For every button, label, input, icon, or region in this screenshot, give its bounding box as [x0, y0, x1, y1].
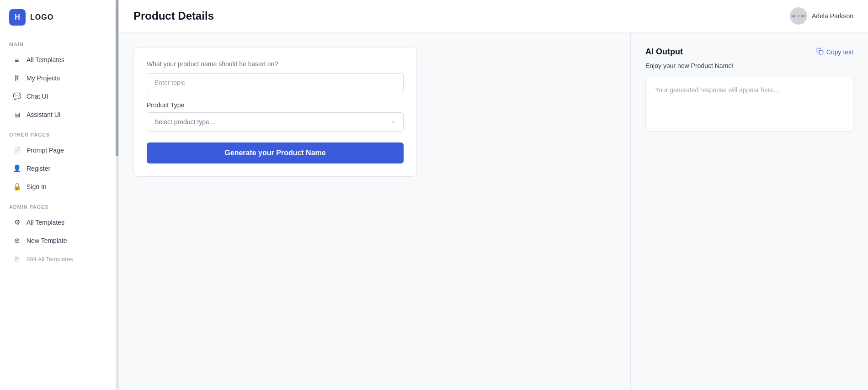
- sidebar: H LOGO MAIN ≡ All Templates 🗄 My Project…: [0, 0, 119, 390]
- sidebar-item-register[interactable]: 👤 Register: [4, 160, 115, 177]
- sidebar-item-label: My Projects: [27, 74, 60, 82]
- left-panel: What your product name should be based o…: [119, 32, 630, 390]
- chat-icon: 💬: [13, 92, 21, 100]
- sidebar-item-label: Register: [27, 165, 50, 172]
- sidebar-item-chat-ui[interactable]: 💬 Chat UI: [4, 88, 115, 105]
- header: Product Details 40 x 40 Adela Parkson: [119, 0, 868, 32]
- page-title: Product Details: [133, 10, 214, 22]
- logo-icon: H: [9, 9, 26, 26]
- grid-icon: ⊞: [13, 255, 21, 263]
- sidebar-item-my-projects[interactable]: 🗄 My Projects: [4, 69, 115, 87]
- user-plus-icon: 👤: [13, 164, 21, 173]
- main-wrapper: Product Details 40 x 40 Adela Parkson Wh…: [119, 0, 868, 390]
- sidebar-item-label: All Templates: [27, 219, 64, 226]
- ai-output-header: AI Output Copy text: [645, 47, 853, 57]
- sidebar-item-label: Assistant UI: [27, 111, 61, 118]
- topic-input[interactable]: [147, 73, 404, 92]
- sliders-icon: ⚙: [13, 218, 21, 227]
- sidebar-item-all-templates[interactable]: ≡ All Templates: [4, 51, 115, 69]
- plus-circle-icon: ⊕: [13, 237, 21, 245]
- sidebar-item-assistant-ui[interactable]: 🖥 Assistant UI: [4, 106, 115, 123]
- ai-output-subtitle: Enjoy your new Product Name!: [645, 62, 853, 69]
- avatar-label: 40 x 40: [792, 14, 805, 18]
- ai-output-box: Your generated response will appear here…: [645, 77, 853, 132]
- sidebar-scrollbar[interactable]: [116, 0, 118, 390]
- other-pages-section-label: OTHER PAGES: [0, 124, 118, 141]
- sidebar-item-new-template[interactable]: ⊕ New Template: [4, 232, 115, 249]
- sidebar-item-all-templates-admin[interactable]: ⚙ All Templates: [4, 214, 115, 231]
- document-icon: 📄: [13, 146, 21, 154]
- content-area: What your product name should be based o…: [119, 32, 868, 390]
- sidebar-item-label: New Template: [27, 237, 67, 244]
- user-profile[interactable]: 40 x 40 Adela Parkson: [790, 7, 853, 25]
- copy-text-button[interactable]: Copy text: [816, 47, 853, 57]
- form-section: What your product name should be based o…: [133, 47, 417, 177]
- list-icon: ≡: [13, 56, 21, 64]
- main-section-label: MAIN: [0, 33, 118, 51]
- sidebar-item-prompt-page[interactable]: 📄 Prompt Page: [4, 142, 115, 159]
- form-question: What your product name should be based o…: [147, 60, 404, 68]
- ai-output-title: AI Output: [645, 47, 683, 57]
- copy-text-label: Copy text: [826, 48, 853, 56]
- logo-area: H LOGO: [0, 0, 118, 33]
- logo-text: LOGO: [30, 13, 53, 21]
- briefcase-icon: 🗄: [13, 74, 21, 82]
- avatar: 40 x 40: [790, 7, 807, 25]
- sidebar-item-label: 894 All Templates: [27, 256, 73, 263]
- copy-icon: [816, 47, 824, 57]
- sidebar-item-label: Chat UI: [27, 93, 48, 100]
- sidebar-item-label: Prompt Page: [27, 147, 64, 154]
- product-type-label: Product Type: [147, 101, 404, 109]
- sidebar-item-label: Sign In: [27, 183, 47, 190]
- product-type-select[interactable]: Select product type... Software Hardware…: [147, 112, 404, 132]
- svg-rect-0: [819, 50, 823, 54]
- generate-button[interactable]: Generate your Product Name: [147, 142, 404, 163]
- monitor-icon: 🖥: [13, 111, 21, 119]
- sidebar-item-sign-in[interactable]: 🔓 Sign In: [4, 178, 115, 195]
- admin-pages-section-label: ADMIN PAGES: [0, 196, 118, 213]
- sidebar-item-894-all-templates[interactable]: ⊞ 894 All Templates: [4, 250, 115, 268]
- right-panel: AI Output Copy text Enjoy your new Produ…: [630, 32, 868, 390]
- lock-icon: 🔓: [13, 183, 21, 191]
- user-name: Adela Parkson: [812, 12, 853, 20]
- ai-placeholder-text: Your generated response will appear here…: [655, 86, 844, 94]
- sidebar-item-label: All Templates: [27, 56, 64, 63]
